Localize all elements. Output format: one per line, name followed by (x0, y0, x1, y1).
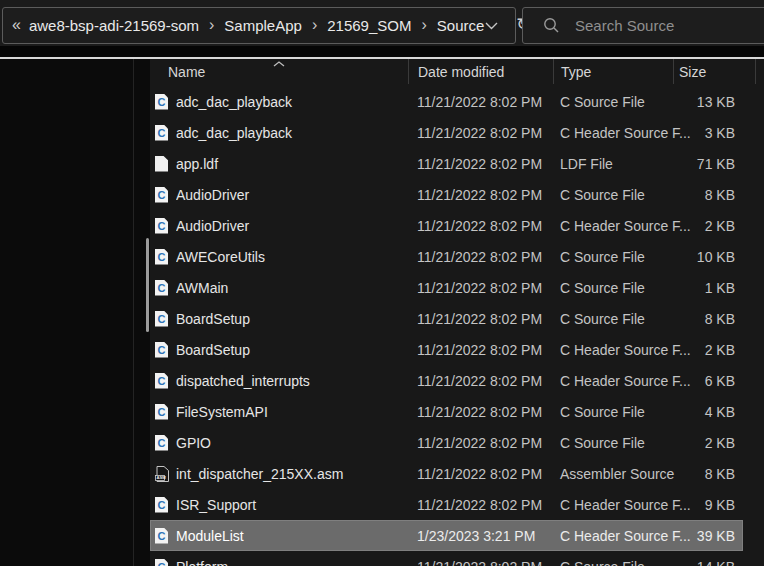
file-name: FileSystemAPI (176, 404, 408, 420)
c-file-icon: C (155, 249, 168, 265)
search-box[interactable] (522, 7, 764, 44)
file-size: 10 KB (673, 249, 743, 265)
file-type: C Header Source F... (553, 125, 673, 141)
column-headers: NameDate modifiedTypeSize (150, 59, 755, 84)
file-date-modified: 1/23/2023 3:21 PM (408, 528, 553, 544)
file-size: 4 KB (673, 404, 743, 420)
file-name: ModuleList (176, 528, 408, 544)
file-icon-cell: C (150, 528, 176, 544)
file-rows: Cadc_dac_playback11/21/2022 8:02 PMC Sou… (150, 86, 743, 566)
c-file-icon: C (155, 404, 168, 420)
file-size: 8 KB (673, 187, 743, 203)
file-size: 2 KB (673, 342, 743, 358)
breadcrumb-item[interactable]: awe8-bsp-adi-21569-som (28, 17, 200, 34)
file-row[interactable]: CFileSystemAPI11/21/2022 8:02 PMC Source… (150, 396, 743, 427)
file-row[interactable]: CAWMain11/21/2022 8:02 PMC Source File1 … (150, 272, 743, 303)
navigation-pane (0, 59, 150, 566)
file-date-modified: 11/21/2022 8:02 PM (408, 280, 553, 296)
file-icon-cell: C (150, 280, 176, 296)
address-bar[interactable]: « awe8-bsp-adi-21569-som›SampleApp›21569… (2, 7, 516, 44)
column-header-type[interactable]: Type (553, 59, 673, 84)
c-file-icon: C (155, 218, 168, 234)
file-size: 9 KB (673, 497, 743, 513)
file-row[interactable]: CGPIO11/21/2022 8:02 PMC Source File2 KB (150, 427, 743, 458)
file-row[interactable]: Cadc_dac_playback11/21/2022 8:02 PMC Sou… (150, 86, 743, 117)
content-area: NameDate modifiedTypeSize Cadc_dac_playb… (0, 59, 764, 566)
file-size: 2 KB (673, 435, 743, 451)
file-type: Assembler Source (553, 466, 673, 482)
breadcrumb-separator-icon[interactable]: › (412, 17, 435, 35)
file-icon-cell: C (150, 497, 176, 513)
column-header-name[interactable]: Name (150, 59, 408, 84)
breadcrumb-item[interactable]: SampleApp (223, 17, 303, 34)
file-date-modified: 11/21/2022 8:02 PM (408, 342, 553, 358)
breadcrumb-separator-icon[interactable]: › (200, 17, 223, 35)
file-row[interactable]: CPlatform11/21/2022 8:02 PMC Source File… (150, 551, 743, 566)
file-icon-cell: C (150, 249, 176, 265)
file-row[interactable]: ASMint_dispatcher_215XX.asm11/21/2022 8:… (150, 458, 743, 489)
file-name: ISR_Support (176, 497, 408, 513)
file-name: Platform (176, 559, 408, 566)
file-type: C Source File (553, 280, 673, 296)
file-name: AWMain (176, 280, 408, 296)
file-name: int_dispatcher_215XX.asm (176, 466, 408, 482)
file-name: app.ldf (176, 156, 408, 172)
svg-text:ASM: ASM (156, 475, 166, 480)
file-date-modified: 11/21/2022 8:02 PM (408, 373, 553, 389)
file-date-modified: 11/21/2022 8:02 PM (408, 125, 553, 141)
file-icon-cell: C (150, 311, 176, 327)
file-row[interactable]: CAudioDriver11/21/2022 8:02 PMC Source F… (150, 179, 743, 210)
file-name: BoardSetup (176, 342, 408, 358)
file-row[interactable]: CAudioDriver11/21/2022 8:02 PMC Header S… (150, 210, 743, 241)
file-type: C Source File (553, 404, 673, 420)
file-size: 71 KB (673, 156, 743, 172)
file-date-modified: 11/21/2022 8:02 PM (408, 218, 553, 234)
file-type: C Header Source F... (553, 218, 673, 234)
breadcrumb-item[interactable]: 21569_SOM (326, 17, 412, 34)
file-row[interactable]: CISR_Support11/21/2022 8:02 PMC Header S… (150, 489, 743, 520)
file-icon-cell: C (150, 187, 176, 203)
file-row[interactable]: app.ldf11/21/2022 8:02 PMLDF File71 KB (150, 148, 743, 179)
file-size: 8 KB (673, 311, 743, 327)
search-input[interactable] (573, 16, 737, 35)
file-icon-cell: C (150, 342, 176, 358)
file-row[interactable]: Cdispatched_interrupts11/21/2022 8:02 PM… (150, 365, 743, 396)
column-header-date-modified[interactable]: Date modified (408, 59, 553, 84)
file-size: 1 KB (673, 280, 743, 296)
column-divider[interactable] (755, 59, 756, 84)
breadcrumb-separator-icon[interactable]: › (303, 17, 326, 35)
c-file-icon: C (155, 528, 168, 544)
file-type: C Header Source F... (553, 373, 673, 389)
file-icon-cell (150, 156, 176, 172)
toolbar: « awe8-bsp-adi-21569-som›SampleApp›21569… (0, 0, 764, 46)
c-file-icon: C (155, 94, 168, 110)
file-explorer-window: « awe8-bsp-adi-21569-som›SampleApp›21569… (0, 0, 764, 566)
c-file-icon: C (155, 559, 168, 566)
file-row[interactable]: CModuleList1/23/2023 3:21 PMC Header Sou… (150, 520, 743, 551)
file-type: C Source File (553, 311, 673, 327)
file-type: C Source File (553, 435, 673, 451)
file-name: AudioDriver (176, 218, 408, 234)
file-row[interactable]: CBoardSetup11/21/2022 8:02 PMC Header So… (150, 334, 743, 365)
c-file-icon: C (155, 280, 168, 296)
file-row[interactable]: CAWECoreUtils11/21/2022 8:02 PMC Source … (150, 241, 743, 272)
file-row[interactable]: Cadc_dac_playback11/21/2022 8:02 PMC Hea… (150, 117, 743, 148)
file-type: LDF File (553, 156, 673, 172)
c-file-icon: C (155, 187, 168, 203)
file-type: C Source File (553, 559, 673, 566)
column-header-size[interactable]: Size (673, 59, 755, 84)
toolbar-content-gap (0, 46, 764, 57)
file-icon-cell: C (150, 435, 176, 451)
file-name: AudioDriver (176, 187, 408, 203)
file-row[interactable]: CBoardSetup11/21/2022 8:02 PMC Source Fi… (150, 303, 743, 334)
file-size: 3 KB (673, 125, 743, 141)
file-type: C Header Source F... (553, 342, 673, 358)
pane-divider[interactable] (133, 59, 134, 566)
document-file-icon (155, 156, 168, 172)
nav-scrollbar-thumb[interactable] (146, 238, 149, 332)
breadcrumb-collapse-icon[interactable]: « (3, 17, 28, 35)
breadcrumb-item[interactable]: Source (436, 17, 486, 34)
file-type: C Source File (553, 187, 673, 203)
file-size: 14 KB (673, 559, 743, 566)
address-dropdown-icon[interactable] (485, 22, 498, 30)
